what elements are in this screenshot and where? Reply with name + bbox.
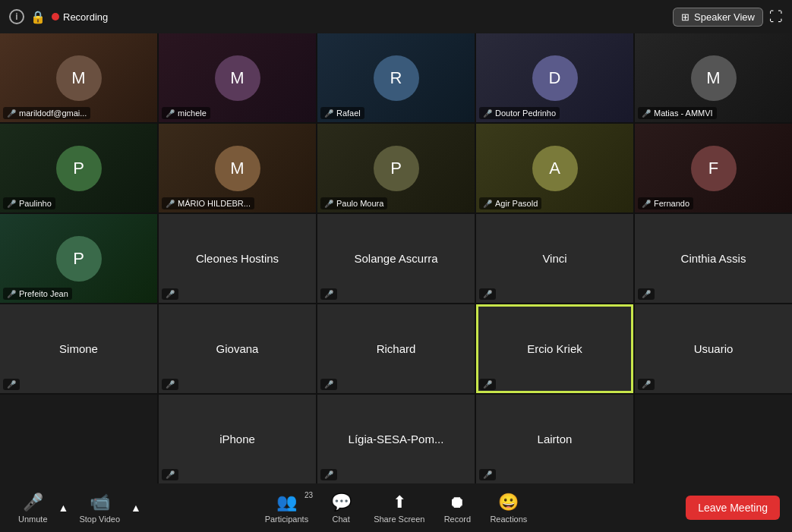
chat-label: Chat	[333, 515, 350, 524]
participant-name-richard: 🎤	[320, 379, 337, 390]
video-cell-usuario[interactable]: Usuario 🎤	[635, 304, 792, 393]
info-icon[interactable]: i	[9, 9, 24, 24]
lock-icon: 🔒	[30, 10, 46, 24]
video-grid: M 🎤 marildodf@gmai... M 🎤 michele R 🎤 Ra…	[0, 33, 792, 483]
name-usuario: Usuario	[694, 342, 734, 355]
video-cell-solange[interactable]: Solange Ascurra 🎤	[317, 214, 475, 303]
video-cell-empty1	[0, 395, 157, 483]
name-ercio: Ercio Kriek	[527, 342, 582, 355]
participant-name-paulinho: 🎤 Paulinho	[3, 197, 55, 209]
record-label: Record	[444, 515, 471, 524]
participant-name-paulo: 🎤 Paulo Moura	[320, 197, 387, 209]
video-cell-cinthia[interactable]: Cinthia Assis 🎤	[635, 214, 792, 303]
participants-button[interactable]: 👥 Participants 23	[259, 490, 314, 527]
toolbar: 🎤 Unmute ▲ 📹 Stop Video ▲ 👥 Participants…	[0, 483, 792, 532]
toolbar-center: 👥 Participants 23 💬 Chat ⬆ Share Screen …	[259, 490, 534, 527]
name-iphone: iPhone	[219, 433, 255, 445]
name-giovana: Giovana	[216, 342, 259, 355]
video-cell-michele[interactable]: M 🎤 michele	[159, 33, 316, 122]
reactions-icon: 😀	[498, 493, 519, 512]
participant-name-ligia: 🎤	[320, 469, 337, 480]
participants-icon: 👥	[276, 493, 297, 512]
participant-name-marildodf: 🎤 marildodf@gmai...	[3, 107, 90, 119]
stop-video-button[interactable]: 📹 Stop Video	[73, 490, 126, 527]
record-icon: ⏺	[449, 493, 465, 512]
participant-name-fernando: 🎤 Fernando	[638, 197, 693, 209]
participant-name-rafael: 🎤 Rafael	[320, 107, 364, 119]
reactions-button[interactable]: 😀 Reactions	[484, 490, 533, 527]
microphone-icon: 🎤	[23, 493, 43, 512]
participant-name-cinthia: 🎤	[638, 288, 655, 300]
video-cell-prefeito[interactable]: P 🎤 Prefeito Jean	[0, 214, 157, 303]
leave-meeting-button[interactable]: Leave Meeting	[686, 496, 780, 520]
video-cell-richard[interactable]: Richard 🎤	[317, 304, 475, 393]
name-vinci: Vinci	[542, 252, 566, 265]
speaker-view-label: Speaker View	[694, 11, 755, 23]
name-solange: Solange Ascurra	[354, 252, 437, 265]
video-cell-paulo[interactable]: P 🎤 Paulo Moura	[317, 124, 475, 212]
participant-name-solange: 🎤	[320, 288, 337, 300]
video-cell-ligia[interactable]: Lígia-SESA-Pom... 🎤	[317, 395, 475, 483]
video-cell-marildodf[interactable]: M 🎤 marildodf@gmai...	[0, 33, 157, 122]
toolbar-left: 🎤 Unmute ▲ 📹 Stop Video ▲	[12, 490, 143, 527]
participant-name-michele: 🎤 michele	[162, 107, 210, 119]
video-cell-cleones[interactable]: Cleones Hostins 🎤	[159, 214, 316, 303]
fullscreen-button[interactable]: ⛶	[769, 9, 783, 25]
video-cell-lairton[interactable]: Lairton 🎤	[476, 395, 633, 483]
share-screen-button[interactable]: ⬆ Share Screen	[368, 490, 431, 527]
video-cell-matias[interactable]: M 🎤 Matias - AMMVI	[635, 33, 792, 122]
name-ligia: Lígia-SESA-Pom...	[349, 433, 444, 445]
video-cell-mario[interactable]: M 🎤 MÁRIO HILDEBR...	[159, 124, 316, 212]
video-cell-pedrinho[interactable]: D 🎤 Doutor Pedrinho	[476, 33, 633, 122]
video-cell-paulinho[interactable]: P 🎤 Paulinho	[0, 124, 157, 212]
chat-icon: 💬	[331, 493, 352, 512]
speaker-view-button[interactable]: ⊞ Speaker View	[673, 8, 763, 27]
share-screen-icon: ⬆	[393, 493, 406, 512]
name-lairton: Lairton	[538, 433, 573, 445]
recording-label: Recording	[63, 11, 108, 23]
participant-name-matias: 🎤 Matias - AMMVI	[638, 107, 717, 119]
participant-name-prefeito: 🎤 Prefeito Jean	[3, 288, 72, 300]
participant-name-agir: 🎤 Agir Pasold	[479, 197, 541, 209]
video-cell-iphone[interactable]: iPhone 🎤	[159, 395, 316, 483]
participant-name-ercio: 🎤	[479, 379, 496, 390]
top-bar-right: ⊞ Speaker View ⛶	[673, 8, 783, 27]
unmute-label: Unmute	[18, 515, 48, 524]
unmute-caret[interactable]: ▲	[57, 500, 71, 515]
participant-name-mario: 🎤 MÁRIO HILDEBR...	[162, 197, 254, 209]
video-cell-empty2	[635, 395, 792, 483]
participant-name-cleones: 🎤	[162, 288, 178, 300]
top-bar: i 🔒 Recording ⊞ Speaker View ⛶	[0, 0, 792, 33]
speaker-view-icon: ⊞	[681, 11, 689, 23]
participants-label: Participants	[265, 515, 308, 524]
participants-count: 23	[304, 491, 313, 499]
video-cell-rafael[interactable]: R 🎤 Rafael	[317, 33, 475, 122]
name-richard: Richard	[377, 342, 416, 355]
participant-name-simone: 🎤	[3, 379, 20, 390]
video-cell-vinci[interactable]: Vinci 🎤	[476, 214, 633, 303]
share-screen-label: Share Screen	[374, 515, 424, 524]
name-cleones: Cleones Hostins	[196, 252, 279, 265]
participant-name-lairton: 🎤	[479, 469, 496, 480]
video-icon: 📹	[90, 493, 110, 512]
reactions-label: Reactions	[490, 515, 527, 524]
name-simone: Simone	[59, 342, 98, 355]
recording-badge: Recording	[52, 11, 108, 23]
chat-button[interactable]: 💬 Chat	[320, 490, 361, 527]
mute-icon: 🎤	[7, 109, 16, 118]
participant-name-giovana: 🎤	[162, 379, 178, 390]
stop-video-label: Stop Video	[79, 515, 120, 524]
video-cell-fernando[interactable]: F 🎤 Fernando	[635, 124, 792, 212]
unmute-button[interactable]: 🎤 Unmute	[12, 490, 54, 527]
top-bar-left: i 🔒 Recording	[9, 9, 108, 24]
name-cinthia: Cinthia Assis	[681, 252, 746, 265]
recording-dot	[52, 13, 59, 20]
video-cell-agir[interactable]: A 🎤 Agir Pasold	[476, 124, 633, 212]
video-cell-giovana[interactable]: Giovana 🎤	[159, 304, 316, 393]
participant-name-pedrinho: 🎤 Doutor Pedrinho	[479, 107, 560, 119]
record-button[interactable]: ⏺ Record	[437, 490, 478, 527]
video-cell-simone[interactable]: Simone 🎤	[0, 304, 157, 393]
video-cell-ercio[interactable]: Ercio Kriek 🎤	[476, 304, 633, 393]
participant-name-usuario: 🎤	[638, 379, 655, 390]
video-caret[interactable]: ▲	[129, 500, 143, 515]
